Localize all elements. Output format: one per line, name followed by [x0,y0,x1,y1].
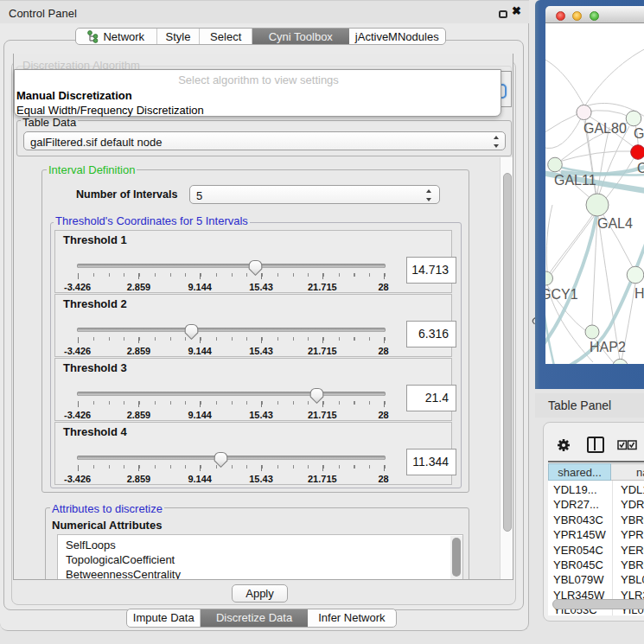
svg-text:GCY1: GCY1 [545,287,578,302]
svg-text:HAP2: HAP2 [590,340,626,354]
svg-text:GA: GA [634,126,644,141]
svg-text:GAL11: GAL11 [554,173,596,188]
svg-text:GAL4: GAL4 [597,216,633,231]
svg-text:CD: CD [637,161,644,175]
svg-text:HA: HA [634,286,644,301]
svg-text:GAL80: GAL80 [583,121,627,136]
